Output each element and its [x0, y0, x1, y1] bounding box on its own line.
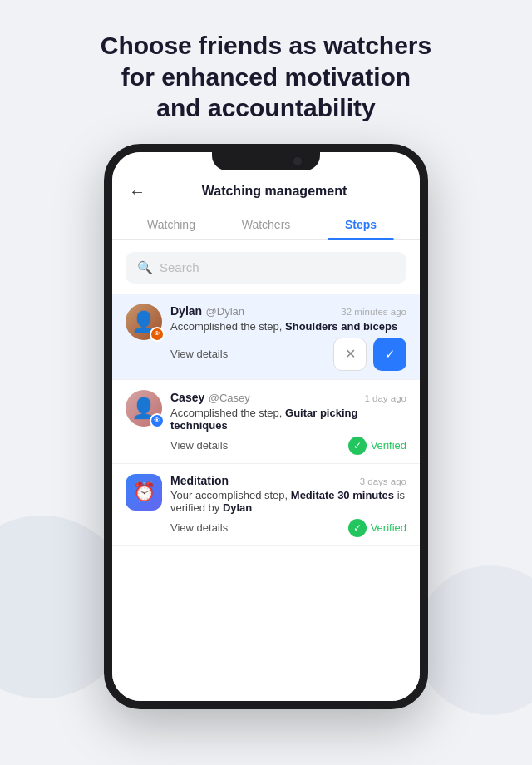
- feed-actions-casey: View details ✓ Verified: [170, 437, 406, 455]
- tab-watchers[interactable]: Watchers: [219, 210, 313, 239]
- search-placeholder: Search: [160, 260, 200, 274]
- reject-button-dylan[interactable]: ✕: [333, 338, 367, 371]
- verified-row-casey: ✓ Verified: [348, 437, 406, 455]
- feed-item-top-dylan: 👤 👁 Dylan @Dylan 32 minutes ago: [126, 304, 406, 371]
- verified-label-meditation: Verified: [371, 521, 406, 534]
- verified-row-meditation: ✓ Verified: [348, 519, 406, 537]
- feed-time-casey: 1 day ago: [364, 393, 406, 403]
- tab-bar: Watching Watchers Steps: [112, 210, 420, 240]
- feed-content-dylan: Dylan @Dylan 32 minutes ago Accomplished…: [170, 304, 406, 371]
- feed-item-casey: 👤 👁 Casey @Casey 1 day ago: [112, 380, 420, 464]
- feed-time-dylan: 32 minutes ago: [341, 307, 406, 317]
- feed-name-meditation: Meditation: [170, 474, 229, 487]
- feed-meta-casey: Casey @Casey 1 day ago: [170, 390, 406, 405]
- tab-watching[interactable]: Watching: [124, 210, 219, 239]
- feed-content-meditation: Meditation 3 days ago Your accomplished …: [170, 474, 406, 537]
- verified-check-casey: ✓: [348, 437, 367, 455]
- tab-steps[interactable]: Steps: [313, 210, 408, 239]
- feed-desc-meditation: Your accomplished step, Meditate 30 minu…: [170, 489, 406, 514]
- phone-notch: [212, 152, 320, 170]
- screen-title: Watching management: [145, 184, 403, 199]
- headline-line2: for enhanced motivation: [121, 63, 411, 91]
- avatar-wrap-dylan: 👤 👁: [126, 304, 162, 340]
- verified-check-meditation: ✓: [348, 519, 367, 537]
- feed-item-top-casey: 👤 👁 Casey @Casey 1 day ago: [126, 390, 406, 455]
- view-details-meditation[interactable]: View details: [170, 521, 228, 534]
- phone-frame: ← Watching management Watching Watchers …: [104, 144, 428, 709]
- action-buttons-dylan: ✕ ✓: [333, 338, 406, 371]
- avatar-meditation: ⏰: [126, 474, 162, 511]
- feed-list: 👤 👁 Dylan @Dylan 32 minutes ago: [112, 289, 420, 701]
- feed-desc-dylan: Accomplished the step, Shoulders and bic…: [170, 320, 406, 333]
- feed-desc-casey: Accomplished the step, Guitar picking te…: [170, 407, 406, 432]
- feed-name-casey: Casey @Casey: [170, 390, 250, 405]
- headline-line1: Choose friends as watchers: [101, 32, 431, 59]
- view-details-dylan[interactable]: View details: [170, 348, 228, 360]
- feed-item-meditation: ⏰ Meditation 3 days ago Your accomplishe…: [112, 464, 420, 546]
- accept-button-dylan[interactable]: ✓: [373, 338, 406, 371]
- screen-header: ← Watching management: [112, 175, 420, 210]
- eye-badge-casey: 👁: [150, 413, 165, 428]
- feed-time-meditation: 3 days ago: [360, 476, 406, 486]
- feed-actions-dylan: View details ✕ ✓: [170, 338, 406, 371]
- feed-actions-meditation: View details ✓ Verified: [170, 519, 406, 537]
- feed-item-top-meditation: ⏰ Meditation 3 days ago Your accomplishe…: [126, 474, 406, 537]
- feed-meta-dylan: Dylan @Dylan 32 minutes ago: [170, 304, 406, 318]
- view-details-casey[interactable]: View details: [170, 439, 228, 452]
- headline: Choose friends as watchers for enhanced …: [0, 0, 532, 144]
- search-icon: 🔍: [137, 260, 153, 275]
- phone-mockup: ← Watching management Watching Watchers …: [0, 144, 532, 709]
- feed-meta-meditation: Meditation 3 days ago: [170, 474, 406, 487]
- phone-screen: ← Watching management Watching Watchers …: [112, 152, 420, 701]
- verified-label-casey: Verified: [371, 439, 406, 452]
- headline-line3: and accountability: [156, 94, 375, 121]
- feed-item-dylan: 👤 👁 Dylan @Dylan 32 minutes ago: [112, 294, 420, 380]
- notch-camera: [293, 157, 302, 165]
- feed-name-dylan: Dylan @Dylan: [170, 304, 244, 318]
- eye-badge-dylan: 👁: [150, 327, 165, 342]
- feed-content-casey: Casey @Casey 1 day ago Accomplished the …: [170, 390, 406, 455]
- search-bar[interactable]: 🔍 Search: [126, 252, 406, 284]
- avatar-wrap-casey: 👤 👁: [126, 390, 162, 427]
- back-button[interactable]: ←: [129, 182, 145, 201]
